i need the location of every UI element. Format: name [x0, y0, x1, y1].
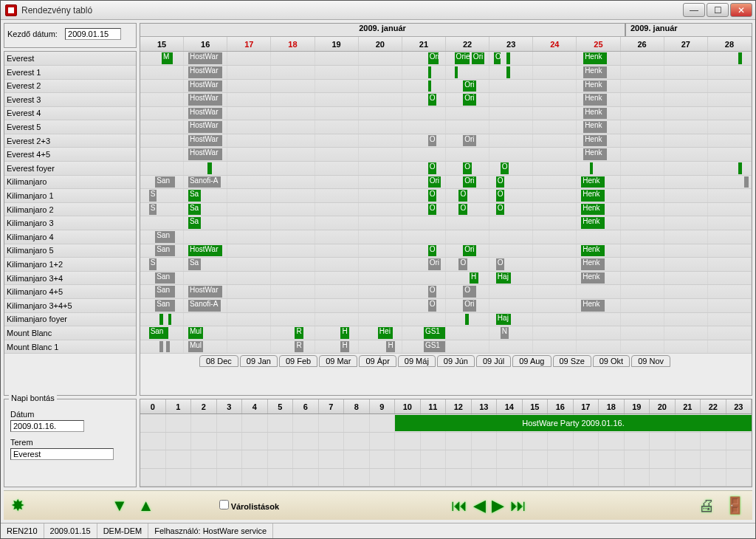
event-bar[interactable]: Ori	[428, 176, 441, 188]
event-bar[interactable]	[465, 314, 469, 326]
schedule-cell[interactable]	[315, 176, 359, 189]
hour-cell[interactable]	[395, 433, 421, 450]
schedule-cell[interactable]	[271, 230, 315, 244]
schedule-cell[interactable]: Ori	[402, 52, 446, 65]
event-bar[interactable]: H	[340, 327, 349, 339]
hour-cell[interactable]	[370, 469, 396, 487]
month-tab[interactable]: 09 Okt	[593, 355, 630, 367]
day-header-cell[interactable]: 18	[271, 37, 315, 51]
schedule-cell[interactable]	[621, 52, 664, 65]
event-bar[interactable]: Henk	[581, 204, 605, 216]
schedule-cell[interactable]: Henk	[577, 52, 620, 65]
schedule-cell[interactable]	[621, 313, 664, 326]
event-bar[interactable]: Sanofi-A	[188, 300, 221, 312]
schedule-cell[interactable]: Henk	[577, 244, 620, 258]
event-bar[interactable]: Haj	[496, 314, 511, 326]
schedule-cell[interactable]	[664, 80, 708, 93]
hour-cell[interactable]	[395, 469, 421, 487]
schedule-cell[interactable]: Ori	[446, 176, 489, 189]
event-bar[interactable]	[166, 341, 170, 353]
event-bar[interactable]: Sa	[188, 190, 201, 202]
schedule-cell[interactable]: O	[402, 93, 446, 106]
schedule-cell[interactable]	[271, 189, 315, 202]
day-header-cell[interactable]: 16	[184, 37, 227, 51]
schedule-cell[interactable]	[402, 216, 446, 230]
hour-cell[interactable]	[650, 450, 676, 468]
schedule-cell[interactable]	[271, 52, 315, 65]
schedule-cell[interactable]: Hei	[359, 326, 402, 340]
room-row[interactable]: Mount Blanc 1	[4, 340, 136, 354]
room-row[interactable]: Kilimanjaro 1	[4, 189, 136, 203]
schedule-cell[interactable]	[708, 120, 752, 134]
schedule-cell[interactable]	[664, 176, 708, 189]
schedule-cell[interactable]	[315, 66, 359, 79]
hour-cell[interactable]	[191, 469, 217, 487]
event-bar[interactable]: H	[340, 341, 349, 353]
schedule-cell[interactable]: HostWar	[184, 107, 227, 120]
event-bar[interactable]: Sa	[188, 204, 201, 216]
schedule-cell[interactable]	[359, 244, 402, 258]
schedule-cell[interactable]: Sanofi-A	[184, 299, 227, 312]
hour-cell[interactable]	[140, 450, 166, 468]
schedule-cell[interactable]: San	[140, 272, 184, 285]
hour-cell[interactable]	[523, 469, 549, 487]
schedule-cell[interactable]	[227, 120, 271, 134]
hour-cell[interactable]	[446, 433, 472, 450]
hour-cell[interactable]	[548, 450, 574, 468]
schedule-cell[interactable]: San	[140, 326, 184, 340]
schedule-cell[interactable]: O	[489, 203, 533, 216]
schedule-cell[interactable]	[664, 203, 708, 216]
event-bar[interactable]: O	[496, 190, 505, 202]
event-bar[interactable]: GS1	[424, 341, 445, 353]
schedule-cell[interactable]	[708, 299, 752, 312]
schedule-cell[interactable]	[315, 244, 359, 258]
schedule-cell[interactable]	[533, 134, 577, 148]
hour-cell[interactable]	[497, 433, 523, 450]
room-row[interactable]: Kilimanjaro 1+2	[4, 258, 136, 272]
daily-room-input[interactable]	[10, 448, 114, 460]
day-header-cell[interactable]: 26	[621, 37, 664, 51]
event-bar[interactable]: S	[149, 190, 157, 202]
hour-cell[interactable]	[319, 433, 345, 450]
event-bar[interactable]	[207, 162, 212, 174]
month-tab[interactable]: 09 Máj	[398, 355, 436, 367]
schedule-cell[interactable]	[664, 244, 708, 258]
schedule-cell[interactable]	[402, 272, 446, 285]
event-bar[interactable]: O	[428, 286, 437, 298]
event-bar[interactable]: R	[295, 327, 303, 339]
schedule-cell[interactable]	[227, 134, 271, 148]
event-bar[interactable]: Ori	[463, 300, 475, 312]
schedule-cell[interactable]	[402, 80, 446, 93]
schedule-cell[interactable]: HostWar	[184, 66, 227, 79]
event-bar[interactable]	[738, 52, 743, 64]
day-header-cell[interactable]: 23	[489, 37, 533, 51]
day-header-cell[interactable]: 20	[359, 37, 402, 51]
event-bar[interactable]: Mul	[188, 341, 203, 353]
schedule-cell[interactable]	[315, 313, 359, 326]
day-header-cell[interactable]: 15	[140, 37, 184, 51]
event-bar[interactable]	[506, 66, 510, 78]
event-bar[interactable]: HostWar	[188, 135, 223, 147]
schedule-cell[interactable]	[402, 66, 446, 79]
event-bar[interactable]: Henk	[583, 80, 607, 92]
schedule-cell[interactable]	[577, 162, 620, 175]
minimize-button[interactable]: —	[683, 3, 705, 17]
schedule-cell[interactable]	[402, 313, 446, 326]
event-bar[interactable]: Hei	[378, 327, 393, 339]
schedule-cell[interactable]	[402, 148, 446, 161]
schedule-cell[interactable]	[533, 258, 577, 271]
schedule-cell[interactable]	[140, 107, 184, 120]
hour-cell[interactable]	[625, 469, 650, 487]
schedule-cell[interactable]	[271, 162, 315, 175]
schedule-cell[interactable]	[140, 340, 184, 354]
event-bar[interactable]: HostWar	[188, 80, 223, 92]
schedule-cell[interactable]: Ori	[446, 134, 489, 148]
hour-cell[interactable]	[599, 469, 625, 487]
schedule-cell[interactable]	[489, 216, 533, 230]
hour-cell[interactable]	[370, 433, 396, 450]
hour-cell[interactable]	[497, 469, 523, 487]
hour-cell[interactable]	[676, 450, 701, 468]
schedule-cell[interactable]: Sa	[184, 203, 227, 216]
event-bar[interactable]: O	[496, 204, 505, 216]
room-row[interactable]: Everest 4	[4, 107, 136, 121]
